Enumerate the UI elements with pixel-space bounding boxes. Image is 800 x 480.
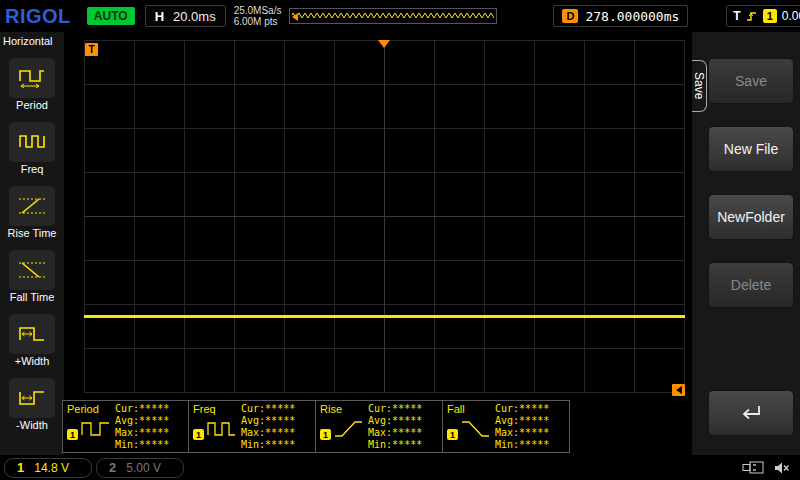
trigger-position-flag: T <box>85 43 98 56</box>
channel-number: 2 <box>109 460 116 475</box>
trigger-position-marker-icon[interactable] <box>378 40 390 48</box>
rising-edge-icon <box>746 10 758 23</box>
memory-depth: 6.00M pts <box>234 16 282 27</box>
measurement-values: Cur:***** Avg:***** Max:***** Min:***** <box>115 403 184 450</box>
fall-waveform-icon <box>460 418 492 440</box>
rise-time-icon <box>9 186 55 226</box>
h-label: H <box>155 9 164 24</box>
freq-icon <box>9 122 55 162</box>
menu-item-label: -Width <box>16 419 48 431</box>
measurement-name: Rise <box>320 403 368 415</box>
plus-width-icon <box>9 314 55 354</box>
channel-scale: 14.8 V <box>34 461 69 475</box>
delay-readout: D 278.000000ms <box>553 5 688 27</box>
menu-item-label: Freq <box>21 163 44 175</box>
trigger-label: T <box>733 9 740 23</box>
measurement-name: Freq <box>193 403 241 415</box>
period-waveform-icon <box>80 418 112 440</box>
menu-tab-save[interactable]: Save <box>692 60 707 112</box>
menu-item-fall-time[interactable]: Fall Time <box>0 250 64 303</box>
menu-item-freq[interactable]: Freq <box>0 122 64 175</box>
channel1-badge: 1 <box>447 429 458 440</box>
delete-button[interactable]: Delete <box>708 262 794 308</box>
menu-item-period[interactable]: Period <box>0 58 64 111</box>
channel1-trace <box>84 315 685 318</box>
channel1-status[interactable]: 1 14.8 V <box>4 458 92 478</box>
measurement-values: Cur:***** Avg:***** Max:***** Min:***** <box>495 403 565 450</box>
freq-waveform-icon <box>206 418 238 440</box>
menu-item-label: Rise Time <box>8 227 57 239</box>
channel2-status[interactable]: 2 5.00 V <box>96 458 184 478</box>
channel-number: 1 <box>17 460 24 475</box>
rise-waveform-icon <box>333 418 365 440</box>
top-bar: RIGOL AUTO H 20.0ms 25.0MSa/s 6.00M pts … <box>0 0 800 32</box>
channel1-badge: 1 <box>67 429 78 440</box>
oscilloscope-screen: RIGOL AUTO H 20.0ms 25.0MSa/s 6.00M pts … <box>0 0 800 480</box>
menu-item-rise-time[interactable]: Rise Time <box>0 186 64 239</box>
measurement-name: Period <box>67 403 115 415</box>
menu-item-minus-width[interactable]: -Width <box>0 378 64 431</box>
measurement-panel: Period 1 Cur:***** Avg:***** Max:***** M… <box>62 400 570 453</box>
measure-menu-sidebar: Horizontal Period Freq <box>0 32 64 455</box>
menu-item-label: Fall Time <box>10 291 55 303</box>
speaker-icon <box>774 461 790 475</box>
channel1-badge: 1 <box>320 429 331 440</box>
horizontal-timebase-readout: H 20.0ms <box>145 5 226 27</box>
rigol-logo: RIGOL <box>5 5 71 28</box>
new-file-button[interactable]: New File <box>708 126 794 172</box>
softkey-menu-sidebar: Save Save New File NewFolder Delete <box>692 32 800 455</box>
sample-rate: 25.0MSa/s <box>234 5 282 16</box>
measurement-values: Cur:***** Avg:***** Max:***** Min:***** <box>241 403 311 450</box>
graticule-center-horizontal-line <box>84 216 685 217</box>
bottom-status-bar: 1 14.8 V 2 5.00 V <box>0 455 800 480</box>
measurement-freq: Freq 1 Cur:***** Avg:***** Max:***** Min… <box>189 400 316 453</box>
measurement-fall: Fall 1 Cur:***** Avg:***** Max:***** Min… <box>443 400 570 453</box>
back-button[interactable] <box>708 390 794 436</box>
acquisition-info: 25.0MSa/s 6.00M pts <box>234 5 282 27</box>
run-state-badge: AUTO <box>87 7 135 25</box>
channel-scale: 5.00 V <box>126 461 161 475</box>
measurement-name: Fall <box>447 403 495 415</box>
measurement-period: Period 1 Cur:***** Avg:***** Max:***** M… <box>62 400 189 453</box>
delay-label: D <box>562 9 578 23</box>
memory-waveform-icon <box>290 9 496 23</box>
trigger-source-badge: 1 <box>763 9 777 23</box>
usb-icon <box>742 461 764 474</box>
measurement-rise: Rise 1 Cur:***** Avg:***** Max:***** Min… <box>316 400 443 453</box>
menu-item-label: Period <box>16 99 48 111</box>
measure-menu-title: Horizontal <box>0 32 64 47</box>
delay-value: 278.000000ms <box>585 9 679 24</box>
trigger-level-offscreen-marker-icon <box>672 384 685 396</box>
waveform-memory-bar <box>289 8 497 24</box>
menu-item-label: +Width <box>15 355 50 367</box>
memory-trigger-marker-icon <box>292 13 298 21</box>
trigger-readout: T 1 0.00V <box>726 5 800 27</box>
return-arrow-icon <box>738 403 764 423</box>
menu-item-plus-width[interactable]: +Width <box>0 314 64 367</box>
trigger-level-value: 0.00V <box>782 9 800 23</box>
timebase-value: 20.0ms <box>173 9 216 24</box>
channel1-badge: 1 <box>193 429 204 440</box>
measurement-values: Cur:***** Avg:***** Max:***** Min:***** <box>368 403 438 450</box>
minus-width-icon <box>9 378 55 418</box>
save-button[interactable]: Save <box>708 58 794 104</box>
waveform-display-area: T <box>84 40 685 393</box>
period-icon <box>9 58 55 98</box>
fall-time-icon <box>9 250 55 290</box>
new-folder-button[interactable]: NewFolder <box>708 194 794 240</box>
